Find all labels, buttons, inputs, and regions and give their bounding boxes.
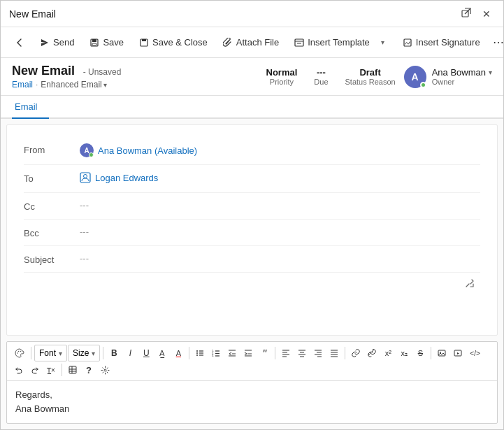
rte-strike-button[interactable]: S [412,345,428,361]
rte-settings-button[interactable] [97,362,113,378]
rte-quote-button[interactable]: " [257,345,272,361]
save-close-button[interactable]: Save & Close [132,34,215,51]
from-status-indicator [89,152,94,157]
svg-point-19 [196,354,198,356]
priority-value: Normal [266,67,298,78]
breadcrumb-separator: · [36,80,38,89]
insert-signature-icon [403,38,412,48]
rte-content[interactable]: Regards, Ana Bowman [7,381,497,423]
rte-toolbar: Font ▾ Size ▾ B I U A̲ A [7,342,497,381]
save-button[interactable]: Save [82,34,131,51]
title-bar-actions: ✕ [457,5,495,22]
link-icon [352,349,360,357]
to-value: Logan Edwards [80,172,480,185]
rte-indent-decrease-button[interactable] [224,345,240,361]
insert-signature-button[interactable]: Insert Signature [396,34,487,51]
subject-value[interactable]: --- [80,253,480,264]
rte-subscript-button[interactable]: x₂ [396,345,412,361]
rich-text-editor: Font ▾ Size ▾ B I U A̲ A [6,341,498,424]
rte-line1: Regards, [15,388,489,402]
rte-clear-format-button[interactable]: T̲× [43,362,59,378]
status-label: Status Reason [345,78,396,86]
svg-rect-50 [438,350,445,356]
rte-align-left-button[interactable] [278,345,294,361]
chevron-down-icon: ▾ [381,38,384,46]
rte-bullet-list-button[interactable] [192,345,208,361]
subject-field: Subject --- [24,246,480,273]
rte-redo-button[interactable] [27,362,43,378]
unlink-icon [368,349,376,357]
rte-align-justify-button[interactable] [326,345,342,361]
rte-link-button[interactable] [348,345,363,361]
popout-button[interactable] [457,5,475,22]
expand-button[interactable] [462,277,477,292]
svg-point-11 [84,175,87,178]
insert-template-button[interactable]: Insert Template [287,34,377,51]
rte-superscript-button[interactable]: x² [380,345,396,361]
size-selector[interactable]: Size ▾ [68,345,100,361]
from-avatar: A [80,143,94,157]
tab-email[interactable]: Email [12,96,49,119]
rte-help-button[interactable]: ? [81,362,96,378]
indent-increase-icon [244,349,252,357]
rte-image-button[interactable] [434,345,449,361]
rte-align-center-button[interactable] [294,345,310,361]
breadcrumb-email[interactable]: Email [12,80,33,89]
rte-bold-button[interactable]: B [106,345,122,361]
tab-bar: Email [1,96,503,119]
back-button[interactable] [8,34,31,51]
rte-unlink-button[interactable] [364,345,380,361]
align-center-icon [298,349,306,357]
attach-file-button[interactable]: Attach File [216,34,286,51]
attach-icon [223,38,233,48]
align-right-icon [314,349,322,357]
rte-media-button[interactable] [450,345,466,361]
size-chevron-icon: ▾ [92,350,95,357]
indent-decrease-icon [228,349,236,357]
svg-text:3.: 3. [212,354,214,357]
svg-point-17 [196,352,198,354]
rte-italic-button[interactable]: I [122,345,138,361]
bcc-label: Bcc [24,227,80,238]
rte-palette-button[interactable] [11,345,28,361]
more-options-button[interactable]: ⋯ [489,32,504,52]
toolbar: Send Save Save & Close Attach File [1,27,503,58]
send-icon [40,38,50,48]
breadcrumb-enhanced-email[interactable]: Enhanced Email ▾ [41,80,106,89]
cc-value[interactable]: --- [80,200,480,210]
contact-icon [80,172,91,183]
avatar: A [404,66,426,88]
to-contact-link[interactable]: Logan Edwards [80,172,158,183]
numbered-list-icon: 1. 2. 3. [212,349,220,357]
bcc-field: Bcc --- [24,220,480,246]
media-icon [454,349,462,357]
info-meta: Normal Priority --- Due Draft Status Rea… [266,67,396,86]
rte-highlight-button[interactable]: A̲ [154,345,170,361]
rte-undo-button[interactable] [11,362,27,378]
rte-table-button[interactable] [65,362,80,378]
rte-indent-increase-button[interactable] [240,345,256,361]
svg-point-15 [196,350,198,352]
popout-icon [461,8,471,17]
svg-rect-9 [404,39,411,46]
rte-code-button[interactable]: </> [466,345,483,361]
insert-template-dropdown[interactable]: ▾ [378,35,387,50]
close-button[interactable]: ✕ [478,5,495,22]
owner-name[interactable]: Ana Bowman ▾ [432,67,492,78]
svg-point-57 [104,369,106,371]
font-selector[interactable]: Font ▾ [34,345,67,361]
from-label: From [24,143,80,155]
save-icon [89,38,99,48]
owner-role: Owner [432,78,492,86]
info-title-row: New Email - Unsaved [12,64,258,78]
rte-sep-3 [189,347,189,359]
from-contact-link[interactable]: Ana Bowman (Available) [98,145,197,156]
rte-color-button[interactable]: A [171,345,186,361]
bcc-value[interactable]: --- [80,227,480,237]
rte-underline-button[interactable]: U [138,345,154,361]
rte-align-right-button[interactable] [310,345,326,361]
palette-icon [15,348,24,358]
align-justify-icon [330,349,338,357]
rte-numbered-list-button[interactable]: 1. 2. 3. [208,345,224,361]
send-button[interactable]: Send [33,34,81,51]
